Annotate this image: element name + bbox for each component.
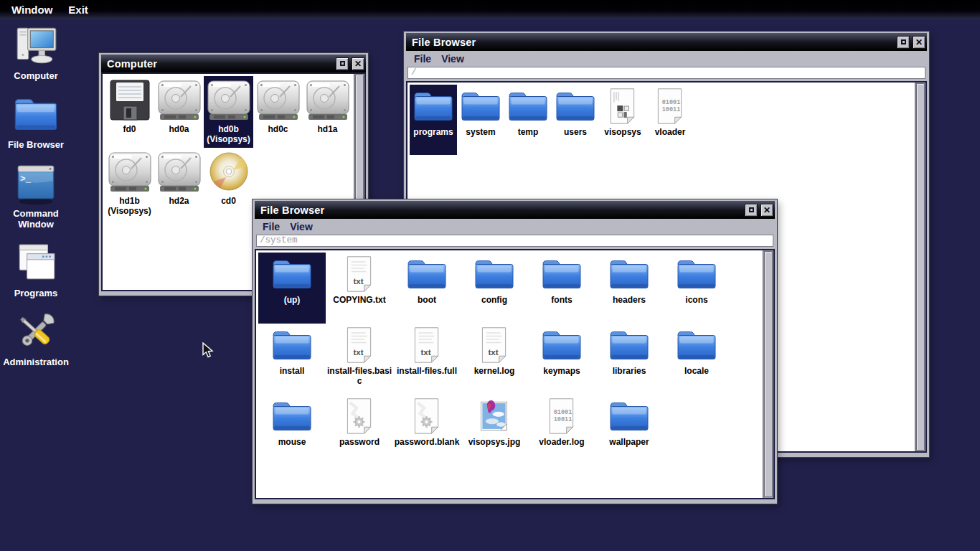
folder-icon (554, 88, 597, 125)
file-item[interactable]: 0100110011 vloader.log (528, 395, 595, 466)
close-button[interactable]: ✕ (352, 57, 364, 70)
titlebar[interactable]: File Browser ✕ (406, 33, 927, 51)
file-item[interactable]: password (326, 395, 393, 466)
file-item[interactable]: boot (393, 253, 461, 324)
close-button[interactable]: ✕ (913, 36, 925, 49)
computer-icon (12, 22, 60, 69)
top-menu-item[interactable]: Exit (66, 2, 90, 17)
address-bar[interactable]: /system (256, 235, 773, 247)
file-item-label: wallpaper (609, 437, 649, 447)
file-item-label: keymaps (543, 366, 580, 376)
top-menu-item[interactable]: Window (9, 2, 55, 17)
file-item[interactable]: libraries (595, 324, 663, 395)
desktop-icon[interactable]: >_ Command Window (1, 159, 70, 230)
folder-icon (270, 255, 314, 293)
drive-item[interactable]: hd0b (Visopsys) (204, 76, 253, 148)
file-item[interactable]: password.blank (393, 395, 461, 466)
folder-icon (270, 397, 314, 435)
desktop-icon-label: Administration (3, 357, 69, 367)
menu-item[interactable]: View (285, 220, 318, 233)
menu-item[interactable]: View (436, 52, 469, 65)
file-item[interactable]: txt install-files.basic (326, 324, 393, 395)
desktop-icon-label: Computer (14, 70, 57, 81)
scrollbar-thumb[interactable] (916, 83, 925, 451)
file-item-label: icons (685, 295, 707, 305)
gear-file-icon (338, 397, 381, 435)
file-item[interactable]: 0100110011 vloader (646, 85, 694, 155)
drive-item[interactable]: hd0a (154, 76, 204, 148)
minimize-button[interactable] (336, 57, 349, 70)
address-bar[interactable]: / (407, 67, 925, 79)
titlebar[interactable]: Computer ✕ (101, 55, 366, 72)
file-item[interactable]: system (457, 85, 504, 155)
svg-text:txt: txt (354, 276, 364, 286)
file-item-label: programs (413, 127, 453, 137)
file-item-label: vloader (655, 127, 686, 137)
file-item[interactable]: mouse (258, 395, 326, 466)
drive-item-label: hd2a (169, 196, 189, 206)
desktop-icon[interactable]: Programs (12, 239, 60, 298)
folder-icon (540, 326, 583, 364)
file-item[interactable]: programs (410, 85, 457, 155)
file-item[interactable]: visopsys (599, 85, 646, 155)
file-item[interactable]: keymaps (528, 324, 595, 395)
file-item-label: system (466, 127, 495, 137)
folder-icon (473, 255, 516, 293)
cd-icon (205, 151, 253, 194)
desktop-icon[interactable]: Administration (3, 308, 69, 367)
hdd-icon (156, 151, 203, 194)
file-item[interactable]: wallpaper (595, 395, 663, 466)
menu-item[interactable]: File (409, 52, 436, 65)
mouse-cursor (202, 342, 216, 362)
drive-item[interactable]: hd1a (303, 76, 352, 148)
file-item[interactable]: temp (504, 85, 552, 155)
menu-bar: FileView (406, 51, 927, 67)
menu-item[interactable]: File (258, 220, 285, 233)
drive-item[interactable]: hd0c (253, 76, 303, 148)
minimize-icon (749, 207, 754, 212)
file-item[interactable]: (up) (258, 253, 326, 324)
file-item[interactable]: visopsys.jpg (461, 395, 528, 466)
minimize-button[interactable] (745, 204, 758, 217)
file-item-label: config (481, 295, 507, 305)
file-item[interactable]: txt install-files.full (393, 324, 461, 395)
vertical-scrollbar[interactable] (915, 83, 925, 451)
file-item[interactable]: config (461, 253, 528, 324)
file-item[interactable]: txt COPYING.txt (326, 253, 393, 324)
txt-file-icon: txt (405, 326, 448, 364)
floppy-icon (106, 79, 154, 122)
folder-icon (675, 326, 718, 364)
file-item[interactable]: users (552, 85, 599, 155)
svg-text:01001: 01001 (662, 99, 681, 106)
file-item[interactable]: locale (663, 324, 730, 395)
vertical-scrollbar[interactable] (763, 250, 773, 498)
drive-item[interactable]: hd2a (154, 148, 204, 220)
drive-item[interactable]: fd0 (105, 76, 154, 148)
scrollbar-thumb[interactable] (764, 251, 773, 497)
folder-large-icon (12, 90, 60, 138)
binary-file-icon: 0100110011 (540, 397, 583, 435)
svg-text:10011: 10011 (554, 416, 573, 423)
folder-icon (507, 88, 550, 125)
minimize-icon (901, 39, 906, 44)
file-item[interactable]: install (258, 324, 326, 395)
file-item[interactable]: fonts (528, 253, 595, 324)
file-item[interactable]: icons (663, 253, 730, 324)
desktop-icon-label: File Browser (8, 139, 64, 150)
file-item[interactable]: headers (595, 253, 663, 324)
gear-file-icon (405, 397, 448, 435)
folder-icon (608, 255, 651, 293)
svg-text:10011: 10011 (662, 106, 681, 113)
file-item-label: temp (518, 127, 539, 137)
drive-item[interactable]: cd0 (204, 148, 253, 220)
minimize-button[interactable] (897, 36, 910, 49)
hdd-icon (156, 79, 203, 122)
desktop-icon[interactable]: Computer (12, 22, 60, 81)
drive-item[interactable]: hd1b (Visopsys) (105, 148, 154, 220)
close-button[interactable]: ✕ (760, 204, 773, 217)
desktop-icon[interactable]: File Browser (8, 90, 64, 150)
file-browser-system-window: File Browser ✕ FileView /system (up) txt… (253, 199, 777, 504)
titlebar[interactable]: File Browser ✕ (255, 201, 775, 219)
file-item-label: (up) (284, 295, 301, 305)
file-item[interactable]: txt kernel.log (461, 324, 528, 395)
